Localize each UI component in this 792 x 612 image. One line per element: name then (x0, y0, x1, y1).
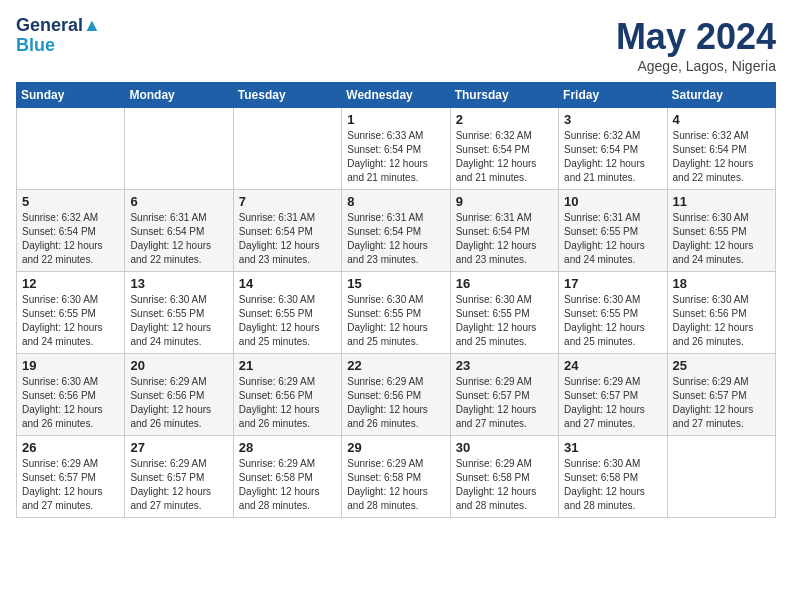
calendar-week-row: 12Sunrise: 6:30 AM Sunset: 6:55 PM Dayli… (17, 272, 776, 354)
calendar-cell: 30Sunrise: 6:29 AM Sunset: 6:58 PM Dayli… (450, 436, 558, 518)
day-info: Sunrise: 6:30 AM Sunset: 6:55 PM Dayligh… (347, 293, 444, 349)
day-info: Sunrise: 6:30 AM Sunset: 6:56 PM Dayligh… (673, 293, 770, 349)
day-info: Sunrise: 6:32 AM Sunset: 6:54 PM Dayligh… (456, 129, 553, 185)
day-info: Sunrise: 6:32 AM Sunset: 6:54 PM Dayligh… (673, 129, 770, 185)
day-info: Sunrise: 6:33 AM Sunset: 6:54 PM Dayligh… (347, 129, 444, 185)
day-info: Sunrise: 6:29 AM Sunset: 6:57 PM Dayligh… (130, 457, 227, 513)
title-block: May 2024 Agege, Lagos, Nigeria (616, 16, 776, 74)
calendar-cell: 19Sunrise: 6:30 AM Sunset: 6:56 PM Dayli… (17, 354, 125, 436)
day-number: 26 (22, 440, 119, 455)
day-number: 25 (673, 358, 770, 373)
day-number: 11 (673, 194, 770, 209)
day-info: Sunrise: 6:30 AM Sunset: 6:56 PM Dayligh… (22, 375, 119, 431)
day-number: 10 (564, 194, 661, 209)
day-info: Sunrise: 6:30 AM Sunset: 6:55 PM Dayligh… (22, 293, 119, 349)
day-info: Sunrise: 6:31 AM Sunset: 6:54 PM Dayligh… (456, 211, 553, 267)
calendar-cell: 16Sunrise: 6:30 AM Sunset: 6:55 PM Dayli… (450, 272, 558, 354)
calendar-cell: 13Sunrise: 6:30 AM Sunset: 6:55 PM Dayli… (125, 272, 233, 354)
calendar-cell: 3Sunrise: 6:32 AM Sunset: 6:54 PM Daylig… (559, 108, 667, 190)
day-info: Sunrise: 6:29 AM Sunset: 6:58 PM Dayligh… (456, 457, 553, 513)
weekday-header: Thursday (450, 83, 558, 108)
calendar-table: SundayMondayTuesdayWednesdayThursdayFrid… (16, 82, 776, 518)
day-number: 15 (347, 276, 444, 291)
day-number: 3 (564, 112, 661, 127)
calendar-cell: 29Sunrise: 6:29 AM Sunset: 6:58 PM Dayli… (342, 436, 450, 518)
day-number: 17 (564, 276, 661, 291)
day-number: 18 (673, 276, 770, 291)
weekday-header: Monday (125, 83, 233, 108)
day-number: 23 (456, 358, 553, 373)
calendar-cell: 20Sunrise: 6:29 AM Sunset: 6:56 PM Dayli… (125, 354, 233, 436)
day-number: 8 (347, 194, 444, 209)
day-number: 1 (347, 112, 444, 127)
day-info: Sunrise: 6:30 AM Sunset: 6:58 PM Dayligh… (564, 457, 661, 513)
calendar-week-row: 5Sunrise: 6:32 AM Sunset: 6:54 PM Daylig… (17, 190, 776, 272)
weekday-header: Saturday (667, 83, 775, 108)
calendar-cell: 21Sunrise: 6:29 AM Sunset: 6:56 PM Dayli… (233, 354, 341, 436)
calendar-cell: 22Sunrise: 6:29 AM Sunset: 6:56 PM Dayli… (342, 354, 450, 436)
day-number: 6 (130, 194, 227, 209)
calendar-cell (17, 108, 125, 190)
day-number: 9 (456, 194, 553, 209)
day-number: 21 (239, 358, 336, 373)
month-year-title: May 2024 (616, 16, 776, 58)
logo: General▲Blue (16, 16, 101, 56)
day-number: 14 (239, 276, 336, 291)
day-info: Sunrise: 6:29 AM Sunset: 6:58 PM Dayligh… (347, 457, 444, 513)
day-number: 2 (456, 112, 553, 127)
page-header: General▲Blue May 2024 Agege, Lagos, Nige… (16, 16, 776, 74)
calendar-header-row: SundayMondayTuesdayWednesdayThursdayFrid… (17, 83, 776, 108)
day-number: 20 (130, 358, 227, 373)
calendar-cell: 14Sunrise: 6:30 AM Sunset: 6:55 PM Dayli… (233, 272, 341, 354)
calendar-cell: 2Sunrise: 6:32 AM Sunset: 6:54 PM Daylig… (450, 108, 558, 190)
calendar-cell: 23Sunrise: 6:29 AM Sunset: 6:57 PM Dayli… (450, 354, 558, 436)
calendar-cell: 27Sunrise: 6:29 AM Sunset: 6:57 PM Dayli… (125, 436, 233, 518)
location-subtitle: Agege, Lagos, Nigeria (616, 58, 776, 74)
calendar-cell: 24Sunrise: 6:29 AM Sunset: 6:57 PM Dayli… (559, 354, 667, 436)
calendar-week-row: 26Sunrise: 6:29 AM Sunset: 6:57 PM Dayli… (17, 436, 776, 518)
calendar-cell: 5Sunrise: 6:32 AM Sunset: 6:54 PM Daylig… (17, 190, 125, 272)
day-number: 16 (456, 276, 553, 291)
day-number: 29 (347, 440, 444, 455)
day-number: 31 (564, 440, 661, 455)
calendar-week-row: 1Sunrise: 6:33 AM Sunset: 6:54 PM Daylig… (17, 108, 776, 190)
day-info: Sunrise: 6:29 AM Sunset: 6:56 PM Dayligh… (347, 375, 444, 431)
calendar-week-row: 19Sunrise: 6:30 AM Sunset: 6:56 PM Dayli… (17, 354, 776, 436)
day-number: 7 (239, 194, 336, 209)
day-info: Sunrise: 6:29 AM Sunset: 6:56 PM Dayligh… (130, 375, 227, 431)
day-number: 13 (130, 276, 227, 291)
calendar-cell (125, 108, 233, 190)
day-info: Sunrise: 6:31 AM Sunset: 6:55 PM Dayligh… (564, 211, 661, 267)
weekday-header: Sunday (17, 83, 125, 108)
day-number: 24 (564, 358, 661, 373)
calendar-cell: 28Sunrise: 6:29 AM Sunset: 6:58 PM Dayli… (233, 436, 341, 518)
calendar-cell: 6Sunrise: 6:31 AM Sunset: 6:54 PM Daylig… (125, 190, 233, 272)
day-info: Sunrise: 6:31 AM Sunset: 6:54 PM Dayligh… (239, 211, 336, 267)
day-info: Sunrise: 6:30 AM Sunset: 6:55 PM Dayligh… (456, 293, 553, 349)
day-info: Sunrise: 6:32 AM Sunset: 6:54 PM Dayligh… (564, 129, 661, 185)
calendar-cell: 31Sunrise: 6:30 AM Sunset: 6:58 PM Dayli… (559, 436, 667, 518)
day-number: 12 (22, 276, 119, 291)
day-info: Sunrise: 6:29 AM Sunset: 6:56 PM Dayligh… (239, 375, 336, 431)
day-number: 4 (673, 112, 770, 127)
day-info: Sunrise: 6:30 AM Sunset: 6:55 PM Dayligh… (673, 211, 770, 267)
calendar-cell: 4Sunrise: 6:32 AM Sunset: 6:54 PM Daylig… (667, 108, 775, 190)
day-info: Sunrise: 6:32 AM Sunset: 6:54 PM Dayligh… (22, 211, 119, 267)
day-info: Sunrise: 6:29 AM Sunset: 6:57 PM Dayligh… (673, 375, 770, 431)
day-number: 30 (456, 440, 553, 455)
day-info: Sunrise: 6:30 AM Sunset: 6:55 PM Dayligh… (564, 293, 661, 349)
logo-text: General▲Blue (16, 16, 101, 56)
weekday-header: Friday (559, 83, 667, 108)
day-number: 19 (22, 358, 119, 373)
day-info: Sunrise: 6:30 AM Sunset: 6:55 PM Dayligh… (239, 293, 336, 349)
calendar-cell: 11Sunrise: 6:30 AM Sunset: 6:55 PM Dayli… (667, 190, 775, 272)
day-number: 5 (22, 194, 119, 209)
calendar-cell: 9Sunrise: 6:31 AM Sunset: 6:54 PM Daylig… (450, 190, 558, 272)
day-info: Sunrise: 6:31 AM Sunset: 6:54 PM Dayligh… (347, 211, 444, 267)
calendar-cell: 15Sunrise: 6:30 AM Sunset: 6:55 PM Dayli… (342, 272, 450, 354)
calendar-cell: 10Sunrise: 6:31 AM Sunset: 6:55 PM Dayli… (559, 190, 667, 272)
calendar-cell: 25Sunrise: 6:29 AM Sunset: 6:57 PM Dayli… (667, 354, 775, 436)
calendar-cell (233, 108, 341, 190)
day-number: 27 (130, 440, 227, 455)
calendar-cell: 7Sunrise: 6:31 AM Sunset: 6:54 PM Daylig… (233, 190, 341, 272)
